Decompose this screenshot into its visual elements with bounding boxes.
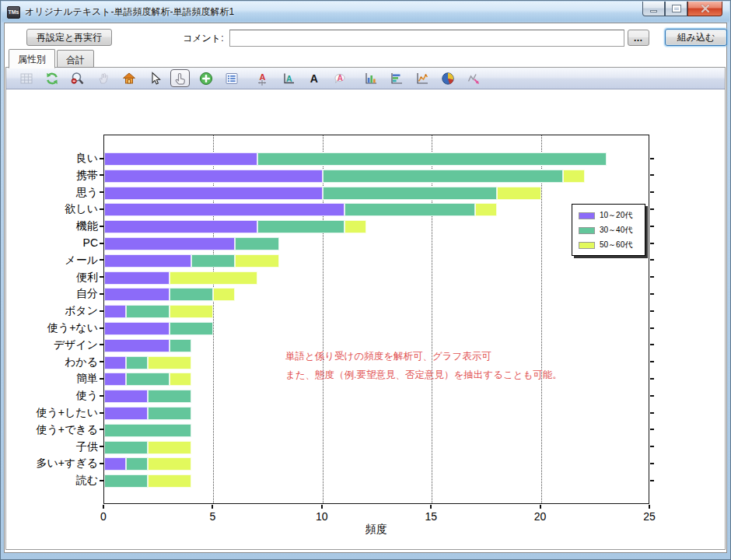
table-grid-button[interactable] [16, 69, 36, 87]
y-tick-left [100, 158, 103, 159]
y-tick-right [650, 174, 654, 176]
comment-input[interactable] [229, 30, 624, 47]
y-axis-label: 多い+すぎる [6, 457, 98, 470]
axis-font-icon: A [281, 71, 296, 86]
legend-entry: 30～40代 [579, 225, 640, 236]
bar-segment [170, 288, 213, 301]
tab-bar: 属性別 合計 [9, 49, 96, 68]
x-tick [212, 505, 213, 509]
y-tick-right [650, 208, 654, 210]
y-axis-label: 良い [6, 152, 98, 165]
plot-area[interactable] [103, 135, 649, 504]
bar-segment [104, 271, 170, 285]
bar-row [104, 220, 366, 233]
bar-segment [104, 474, 148, 488]
line-chart-button[interactable] [412, 69, 432, 87]
spline-button[interactable] [463, 69, 483, 87]
bar-segment [104, 457, 126, 471]
chart-area: 頻度 10～20代30～40代50～60代 単語と係り受けの頻度を解析可、グラフ… [6, 90, 725, 549]
bar-row [104, 356, 191, 369]
y-tick-left [100, 429, 103, 430]
y-tick-left [100, 293, 103, 295]
bar-segment [104, 339, 170, 352]
bar-segment [257, 220, 345, 233]
y-axis-label: 自分 [6, 287, 98, 300]
y-tick-right [650, 344, 654, 345]
bar-segment [104, 356, 126, 369]
legend-swatch [579, 242, 595, 249]
chart-annotation: 単語と係り受けの頻度を解析可、グラフ表示可 また、態度（例.要望意見、否定意見）… [285, 347, 562, 384]
y-axis-label: 欲しい [6, 202, 98, 215]
annotation-line-2: また、態度（例.要望意見、否定意見）を抽出することも可能。 [285, 366, 562, 384]
app-icon: TMs [7, 6, 20, 19]
zoom-icon [70, 71, 86, 86]
y-axis-label: 使う [6, 389, 98, 402]
bar-row [104, 322, 213, 335]
bar-row [104, 271, 257, 285]
x-tick-label: 20 [523, 510, 558, 523]
add-button[interactable] [196, 69, 215, 87]
y-tick-left [100, 463, 103, 464]
vbar-chart-button[interactable] [361, 69, 380, 87]
y-axis-label: 簡単 [6, 372, 98, 385]
bar-row [104, 407, 191, 420]
window-title: オリジナルテキスト-単語頻度解析-単語頻度解析1 [25, 5, 234, 19]
bar-row [104, 339, 191, 352]
legend-label: 50～60代 [600, 240, 632, 250]
refresh-icon [44, 71, 60, 86]
properties-button[interactable] [222, 69, 241, 87]
y-tick-left [100, 310, 103, 312]
refresh-button[interactable] [42, 69, 61, 87]
close-button[interactable] [687, 2, 722, 16]
y-axis-label: 使う+できる [6, 423, 98, 436]
legend-swatch [579, 212, 595, 219]
rerun-button[interactable]: 再設定と再実行 [26, 29, 112, 46]
more-button[interactable]: … [628, 30, 649, 46]
y-tick-right [650, 463, 654, 464]
home-button[interactable] [119, 69, 138, 87]
bar-segment [104, 254, 191, 268]
svg-text:A: A [337, 72, 343, 82]
minimize-button[interactable] [642, 2, 665, 16]
close-icon [701, 4, 710, 13]
y-tick-left [100, 327, 103, 329]
annotation-font-button[interactable]: A [330, 69, 349, 87]
embed-button[interactable]: 組み込む [665, 29, 727, 46]
bar-segment [148, 407, 191, 420]
x-axis-title: 頻度 [103, 523, 649, 537]
font-icon: A [306, 71, 322, 86]
x-tick [430, 505, 432, 509]
data-cursor-button[interactable] [170, 69, 190, 87]
font-button[interactable]: A [304, 69, 324, 87]
tab-total[interactable]: 合計 [57, 50, 94, 68]
bar-segment [563, 170, 585, 183]
bar-segment [148, 474, 191, 488]
y-axis-label: わかる [6, 355, 98, 369]
label-font-button[interactable]: A [253, 69, 272, 87]
line-chart-icon [414, 71, 430, 86]
bar-segment [104, 424, 191, 437]
bar-segment [148, 441, 191, 454]
hbar-chart-button[interactable] [386, 69, 406, 87]
comment-label: コメント: [183, 32, 223, 45]
x-tick [321, 505, 323, 509]
x-tick [103, 505, 104, 509]
bar-segment [191, 254, 235, 268]
svg-text:A: A [286, 73, 292, 82]
y-axis-label: 使う+したい [6, 406, 98, 419]
bar-segment [104, 322, 170, 335]
axis-font-button[interactable]: A [278, 69, 298, 87]
tab-by-attribute[interactable]: 属性別 [9, 49, 55, 68]
y-tick-right [650, 395, 654, 397]
zoom-button[interactable] [68, 69, 87, 87]
pan-button[interactable] [93, 69, 113, 87]
data-cursor-hand-icon [173, 71, 188, 86]
title-bar[interactable]: TMs オリジナルテキスト-単語頻度解析-単語頻度解析1 [2, 2, 729, 23]
bar-segment [148, 457, 191, 471]
maximize-button[interactable] [665, 2, 687, 16]
y-tick-left [100, 276, 103, 278]
y-tick-left [100, 226, 103, 227]
pie-chart-button[interactable] [438, 69, 457, 87]
cursor-button[interactable] [145, 69, 164, 87]
bar-segment [170, 339, 191, 352]
